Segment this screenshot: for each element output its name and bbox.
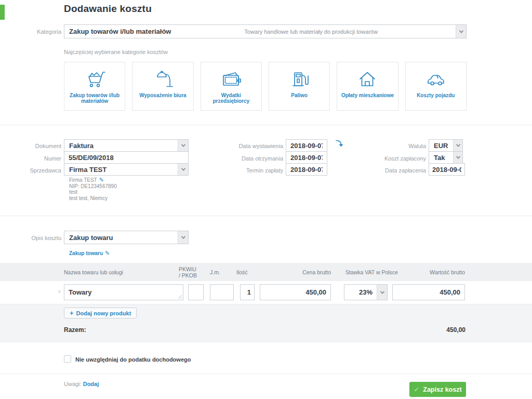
product-ilosc-input[interactable] <box>241 285 254 300</box>
dokument-value: Faktura <box>64 142 94 150</box>
tile-zakup-towarow[interactable]: Zakup towarów i/lub materiałów <box>64 62 125 111</box>
sprzedawca-value: Firma TEST <box>64 166 107 174</box>
product-cena-wrap <box>260 284 331 300</box>
uwagi-dodaj-link[interactable]: Dodaj <box>83 381 99 387</box>
chevron-down-icon[interactable] <box>377 285 387 300</box>
razem-value: 450,00 <box>362 326 466 334</box>
tile-label: Koszty pojazdu <box>414 92 458 98</box>
product-vat-select[interactable]: 23% <box>344 284 388 300</box>
product-vat-value: 23% <box>354 288 377 296</box>
waluta-label: Waluta <box>364 143 426 149</box>
col-header-cena: Cena brutto <box>279 269 331 275</box>
col-header-vat: Stawka VAT w Polsce <box>345 269 398 275</box>
data-zaplacenia-input-wrap <box>429 163 465 176</box>
data-zaplacenia-label: Data zapłacenia <box>364 167 426 174</box>
chevron-down-icon[interactable] <box>453 152 462 163</box>
products-table-header: Nazwa towaru lub usługi PKWiU / PKOB J.m… <box>0 263 532 281</box>
seller-info: Firma TEST✎ NIP: DE1234567890 test test … <box>69 177 117 201</box>
opis-kosztu-label: Opis kosztu <box>0 235 61 241</box>
waluta-value: EUR <box>429 142 448 150</box>
car-icon <box>424 69 448 89</box>
seller-line3: test <box>69 189 117 195</box>
tile-label: Zakup towarów i/lub materiałów <box>64 92 125 104</box>
save-button-label: Zapisz koszt <box>423 386 461 393</box>
sprzedawca-label: Sprzedawca <box>0 167 61 174</box>
razem-label: Razem: <box>64 326 86 334</box>
tile-label: Wydatki przedsiębiorcy <box>201 92 261 104</box>
termin-zaplaty-input-wrap <box>286 163 327 176</box>
col-header-jm: J.m. <box>210 269 220 275</box>
exclude-income-tax-checkbox[interactable] <box>64 355 71 363</box>
seller-nip: NIP: DE1234567890 <box>69 183 117 190</box>
numer-input[interactable] <box>64 152 188 163</box>
chevron-down-icon[interactable] <box>178 231 188 244</box>
tile-oplaty-mieszkaniowe[interactable]: Opłaty mieszkaniowe <box>337 62 398 111</box>
section-divider <box>0 216 532 216</box>
tile-paliwo[interactable]: Paliwo <box>269 62 330 111</box>
tile-wydatki-przedsiebiorcy[interactable]: Wydatki przedsiębiorcy <box>201 62 262 111</box>
fuel-pump-icon <box>287 69 311 89</box>
product-name-wrap <box>64 284 183 300</box>
add-cost-page: Dodawanie kosztu Kategoria Zakup towarów… <box>0 0 532 399</box>
dokument-select[interactable]: Faktura <box>64 139 189 152</box>
chevron-down-icon[interactable] <box>178 164 188 175</box>
product-pkwiu-input[interactable] <box>189 285 203 300</box>
product-name-input[interactable] <box>64 285 183 300</box>
product-pkwiu-wrap <box>188 284 204 300</box>
product-jm-input[interactable] <box>210 285 233 300</box>
tile-label: Opłaty mieszkaniowe <box>338 92 397 98</box>
tile-koszty-pojazdu[interactable]: Koszty pojazdu <box>405 62 467 111</box>
numer-label: Numer <box>0 155 61 162</box>
data-wystawienia-input-wrap <box>286 139 327 152</box>
seller-line4: test test, Niemcy <box>69 195 117 202</box>
page-title: Dodawanie kosztu <box>64 3 152 15</box>
tile-wyposazenie-biura[interactable]: Wyposażenie biura <box>132 62 193 111</box>
wallet-icon <box>219 69 243 89</box>
save-cost-button[interactable]: ✓ Zapisz koszt <box>409 382 466 397</box>
data-wystawienia-input[interactable] <box>286 140 327 151</box>
uwagi-row: Uwagi: Dodaj <box>64 381 99 387</box>
product-wartosc-input[interactable] <box>393 285 464 300</box>
edit-pencil-icon[interactable]: ✎ <box>105 250 110 256</box>
copy-date-down-icon[interactable] <box>335 139 344 149</box>
product-cena-input[interactable] <box>260 285 330 300</box>
data-wystawienia-label: Data wystawienia <box>221 143 283 149</box>
desk-lamp-icon <box>151 69 175 89</box>
koszt-zaplacony-select[interactable]: Tak <box>429 151 463 164</box>
resize-grip[interactable] <box>178 295 182 299</box>
plus-icon: + <box>70 309 74 317</box>
data-otrzymania-input[interactable] <box>286 152 327 163</box>
tile-label: Wyposażenie biura <box>136 92 189 98</box>
sidebar-accent-strip <box>0 5 5 20</box>
add-product-button[interactable]: + Dodaj nowy produkt <box>64 308 137 318</box>
category-select[interactable]: Zakup towarów i/lub materiałów Towary ha… <box>64 24 467 38</box>
category-tiles: Zakup towarów i/lub materiałów Wyposażen… <box>64 62 467 111</box>
edit-pencil-icon[interactable]: ✎ <box>99 177 104 183</box>
product-wartosc-wrap <box>392 284 465 300</box>
numer-input-wrap <box>64 151 189 164</box>
category-value: Zakup towarów i/lub materiałów <box>64 28 171 35</box>
check-icon: ✓ <box>414 385 419 393</box>
termin-zaplaty-input[interactable] <box>286 164 327 175</box>
section-divider <box>0 374 532 374</box>
data-zaplacenia-input[interactable] <box>429 164 464 175</box>
chevron-down-icon[interactable] <box>178 140 188 151</box>
exclude-income-tax-label: Nie uwzględniaj do podatku dochodowego <box>75 356 191 363</box>
col-header-wartosc: Wartość brutto <box>413 269 465 275</box>
data-otrzymania-label: Data otrzymania <box>221 155 283 162</box>
chevron-down-icon[interactable] <box>456 25 466 38</box>
koszt-zaplacony-label: Koszt zapłacony <box>364 155 426 162</box>
delete-row-icon[interactable]: × <box>58 288 61 295</box>
cart-icon <box>83 69 107 89</box>
category-hint: Towary handlowe lub materiały do produkc… <box>244 29 382 35</box>
waluta-select[interactable]: EUR <box>429 139 463 152</box>
opis-edit-row: Zakup towaru✎ <box>69 248 110 257</box>
category-label: Kategoria <box>0 29 61 35</box>
chevron-down-icon[interactable] <box>453 140 462 151</box>
opis-kosztu-select[interactable]: Zakup towaru <box>64 231 189 244</box>
koszt-zaplacony-value: Tak <box>429 154 445 162</box>
product-jm-wrap <box>210 284 234 300</box>
sprzedawca-select[interactable]: Firma TEST <box>64 163 189 176</box>
opis-kosztu-value: Zakup towaru <box>64 234 113 242</box>
uwagi-label: Uwagi: <box>64 381 82 387</box>
